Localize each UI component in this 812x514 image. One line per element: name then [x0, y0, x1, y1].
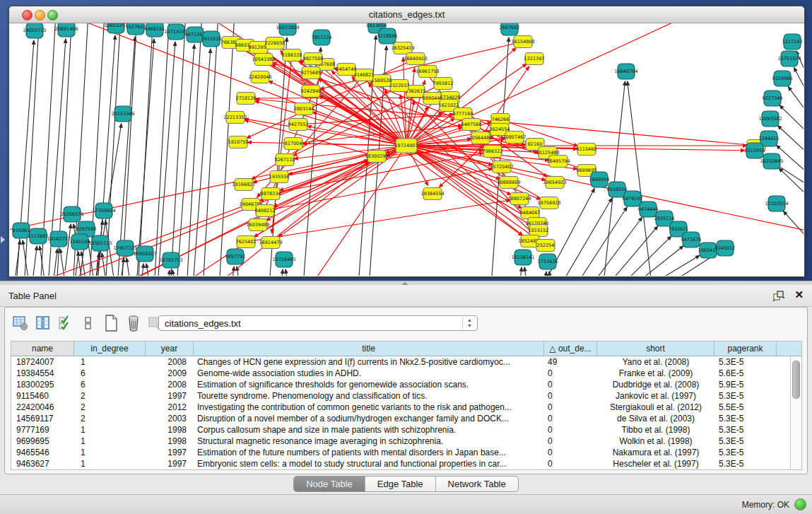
table-cell-pagerank[interactable]: 5.3E-5	[714, 356, 777, 368]
network-node[interactable]: 10688609	[497, 177, 520, 189]
network-node[interactable]: 9329966	[772, 71, 793, 86]
table-cell-short[interactable]: Tibbo et al. (1998)	[597, 424, 714, 436]
network-node[interactable]: 20153346	[111, 106, 134, 122]
table-cell-pagerank[interactable]: 5.6E-5	[714, 368, 777, 379]
column-header-out_degree[interactable]: △ out_de...	[544, 341, 597, 356]
table-cell-title[interactable]: Investigating the contribution of common…	[194, 402, 544, 413]
network-node[interactable]: 8322037	[389, 80, 410, 92]
table-cell-title[interactable]: Changes of HCN gene expression and I(f) …	[194, 356, 544, 368]
tab-edge-table[interactable]: Edge Table	[365, 477, 436, 491]
network-node[interactable]: 12103514	[765, 196, 788, 211]
network-node[interactable]: 16782753	[159, 252, 182, 268]
table-cell-name[interactable]: 18724007	[11, 356, 74, 368]
network-node[interactable]: 9146821	[354, 69, 375, 81]
network-node[interactable]: 6497568	[461, 119, 482, 131]
network-node[interactable]: 1145194	[70, 234, 90, 250]
table-cell-pagerank[interactable]: 5.9E-5	[714, 379, 777, 390]
network-node[interactable]: 1733426	[538, 254, 558, 269]
network-node[interactable]: 8454749	[336, 64, 357, 76]
network-node[interactable]: 2226058	[265, 37, 286, 49]
network-node[interactable]: 9275685	[301, 67, 322, 79]
network-node[interactable]: 9827508	[303, 53, 324, 65]
network-node[interactable]: 18724007	[394, 139, 418, 153]
network-node[interactable]: 9242848	[301, 86, 322, 98]
table-row[interactable]: 946554611997Estimation of the future num…	[11, 447, 791, 458]
table-row[interactable]: 1830029562008Estimation of significance …	[11, 379, 791, 390]
network-node[interactable]: 8471676	[681, 232, 702, 247]
table-cell-year[interactable]: 1998	[146, 436, 194, 447]
tab-network-table[interactable]: Network Table	[436, 477, 518, 491]
network-node[interactable]: 8186328	[282, 49, 302, 62]
network-node[interactable]: 7625402	[236, 236, 257, 248]
table-cell-out_degree[interactable]: 0	[544, 402, 597, 413]
table-row[interactable]: 1456911722003Disruption of a novel membe…	[11, 413, 791, 424]
table-cell-out_degree[interactable]: 0	[544, 390, 597, 402]
row-height-icon[interactable]	[80, 315, 97, 332]
column-header-title[interactable]: title	[194, 341, 544, 356]
table-cell-name[interactable]: 9465546	[11, 447, 74, 458]
table-cell-short[interactable]: Jankovic et al. (1997)	[597, 390, 714, 402]
network-node[interactable]: 7857224	[312, 30, 332, 45]
table-cell-short[interactable]: Wolkin et al. (1998)	[597, 436, 714, 447]
network-node[interactable]: 1935558	[269, 171, 290, 183]
table-row[interactable]: 977716911998Corpus callosum shape and si…	[11, 424, 791, 436]
column-header-in_degree[interactable]: in_degree	[74, 341, 146, 356]
table-cell-year[interactable]: 2008	[146, 379, 194, 390]
scrollbar-thumb[interactable]	[792, 361, 800, 399]
network-node[interactable]: 28495794	[546, 156, 570, 168]
table-row[interactable]: 2242004622012Investigating the contribut…	[11, 402, 791, 413]
network-node[interactable]: 16154808	[511, 36, 534, 48]
network-node[interactable]: 7955812	[433, 78, 454, 90]
network-node[interactable]: 9857791	[225, 249, 246, 264]
network-node[interactable]: 13505115	[88, 235, 112, 251]
network-canvas[interactable]: 1872400718300295163254191664091016961758…	[10, 23, 804, 276]
network-node[interactable]: 252254	[536, 240, 555, 252]
table-cell-out_degree[interactable]: 0	[544, 413, 597, 424]
network-node[interactable]: 20206576	[60, 206, 83, 222]
table-cell-title[interactable]: Tourette syndrome. Phenomenology and cla…	[194, 390, 544, 402]
table-cell-short[interactable]: Hescheler et al. (1997)	[597, 458, 714, 469]
network-node[interactable]: 18136141	[511, 250, 534, 265]
network-node[interactable]: 7986322	[483, 146, 503, 158]
table-cell-short[interactable]: de Silva et al. (2003)	[597, 413, 714, 424]
network-node[interactable]: 16961758	[416, 66, 439, 78]
network-node[interactable]: 9218596	[377, 28, 398, 44]
delete-column-icon[interactable]	[125, 315, 142, 332]
network-node[interactable]: 15716485	[272, 252, 295, 267]
network-node[interactable]: 10543382	[252, 54, 275, 66]
table-cell-in_degree[interactable]: 6	[74, 368, 146, 379]
network-node[interactable]: 16210645	[760, 153, 783, 169]
table-cell-title[interactable]: Estimation of significance thresholds fo…	[194, 379, 544, 390]
table-cell-title[interactable]: Corpus callosum shape and size in male p…	[194, 424, 544, 436]
network-node[interactable]: 22420046	[248, 71, 271, 83]
network-node[interactable]: 16958107	[133, 246, 156, 262]
network-node[interactable]: 8498212	[255, 205, 276, 217]
table-cell-pagerank[interactable]: 5.5E-5	[714, 402, 777, 413]
table-selector-dropdown[interactable]: citations_edges.txt ▲▼	[158, 315, 478, 331]
table-cell-in_degree[interactable]: 1	[74, 424, 146, 436]
network-node[interactable]: 2687682	[500, 23, 520, 35]
network-node[interactable]: 8267110	[275, 154, 295, 166]
table-cell-short[interactable]: Stergiakouli et al. (2012)	[597, 402, 714, 413]
network-node[interactable]: 1117243	[782, 34, 803, 49]
network-node[interactable]: 16039489	[246, 219, 269, 231]
network-node[interactable]: 19756928	[537, 197, 560, 209]
network-node[interactable]: 10807467	[502, 132, 526, 144]
table-row[interactable]: 911546021997Tourette syndrome. Phenomeno…	[11, 390, 791, 402]
network-node[interactable]: 19142757	[47, 231, 70, 247]
network-node[interactable]: 6466161	[145, 23, 165, 37]
vertical-scrollbar[interactable]	[790, 356, 801, 469]
network-node[interactable]: 19654923	[543, 177, 566, 189]
float-window-icon[interactable]	[772, 290, 785, 302]
network-node[interactable]: 20691406	[54, 23, 78, 37]
column-header-name[interactable]: name	[11, 341, 74, 356]
network-node[interactable]: 15720407	[490, 161, 513, 173]
column-visibility-icon[interactable]	[35, 315, 52, 332]
network-node[interactable]: 9474444	[638, 201, 659, 217]
network-node[interactable]: 1640954	[589, 172, 610, 187]
network-node[interactable]: 8878334	[261, 188, 281, 200]
table-cell-in_degree[interactable]: 6	[74, 379, 146, 390]
table-cell-name[interactable]: 22420046	[11, 402, 74, 413]
import-checklist-icon[interactable]	[57, 315, 74, 332]
network-node[interactable]: 9227349	[763, 90, 783, 106]
